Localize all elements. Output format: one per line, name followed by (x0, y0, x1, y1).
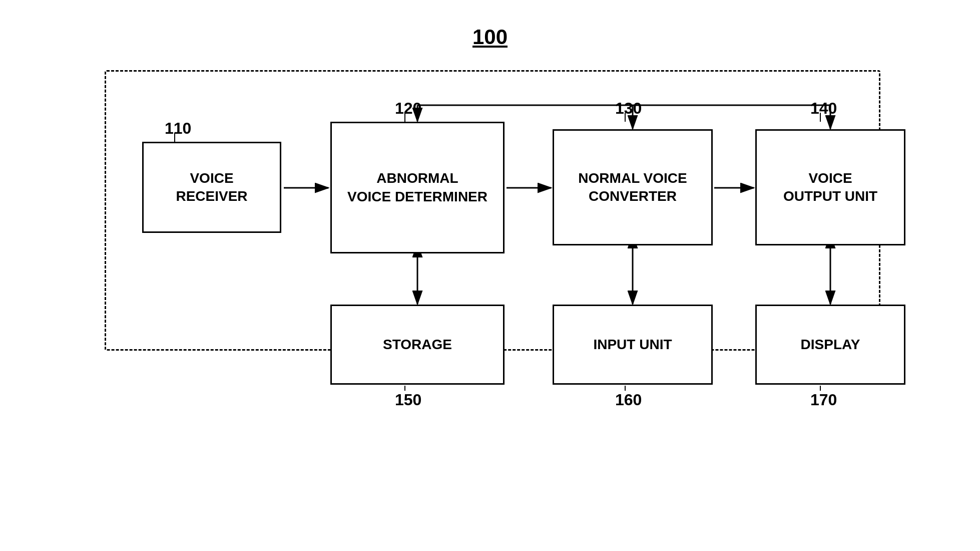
normal-voice-converter-label: NORMAL VOICECONVERTER (578, 169, 687, 206)
main-ref-label: 100 (472, 25, 508, 49)
diagram-container: 100 (65, 25, 915, 501)
voice-receiver-label: VOICERECEIVER (176, 169, 247, 206)
tick-170 (820, 386, 821, 391)
display-label: DISPLAY (801, 336, 860, 354)
abnormal-voice-determiner-label: ABNORMALVOICE DETERMINER (347, 169, 487, 206)
ref-130: 130 (615, 99, 642, 118)
tick-160 (625, 386, 626, 391)
tick-150 (404, 386, 405, 391)
input-unit-label: INPUT UNIT (593, 336, 672, 354)
ref-120: 120 (395, 99, 421, 118)
tick-120 (404, 113, 405, 122)
ref-110: 110 (165, 119, 191, 138)
tick-110 (174, 133, 175, 142)
input-unit-box: INPUT UNIT (553, 305, 713, 385)
abnormal-voice-determiner-box: ABNORMALVOICE DETERMINER (330, 122, 505, 253)
ref-170: 170 (810, 391, 837, 409)
ref-160: 160 (615, 391, 642, 409)
display-box: DISPLAY (755, 305, 905, 385)
voice-receiver-box: VOICERECEIVER (142, 142, 281, 233)
voice-output-unit-label: VOICEOUTPUT UNIT (783, 169, 877, 206)
storage-label: STORAGE (383, 336, 452, 354)
tick-130 (625, 113, 626, 122)
tick-140 (820, 113, 821, 122)
ref-150: 150 (395, 391, 421, 409)
storage-box: STORAGE (330, 305, 505, 385)
voice-output-unit-box: VOICEOUTPUT UNIT (755, 129, 905, 245)
normal-voice-converter-box: NORMAL VOICECONVERTER (553, 129, 713, 245)
ref-140: 140 (810, 99, 837, 118)
